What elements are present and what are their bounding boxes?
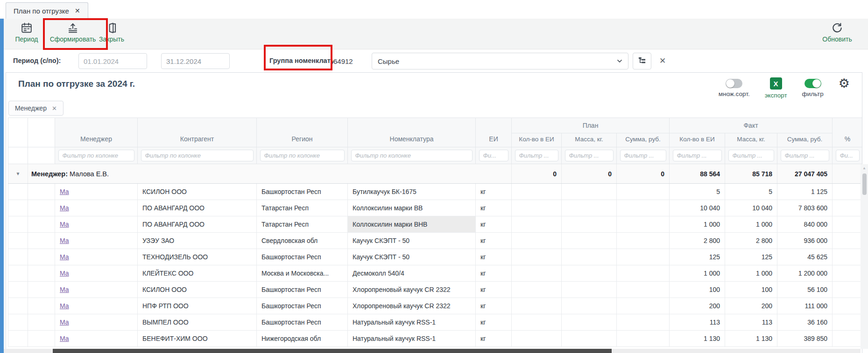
manager-link[interactable]: Ма <box>60 302 69 310</box>
refresh-button[interactable]: Обновить <box>819 22 855 43</box>
generate-button[interactable]: Сформировать <box>49 22 97 43</box>
cell-percent <box>833 216 862 233</box>
clear-selection-icon[interactable]: ✕ <box>659 56 666 66</box>
manager-link[interactable]: Ма <box>60 270 69 277</box>
column-header-fact-sum[interactable]: Сумма, руб. <box>777 133 833 147</box>
column-header-percent[interactable]: % <box>833 118 862 147</box>
cell-plan-sum <box>617 233 670 249</box>
cell-fact-mass: 100 <box>725 282 777 298</box>
settings-gear-icon[interactable]: ⚙ <box>839 78 850 89</box>
table-row[interactable]: Ма УЗЭУ ЗАО Свердловская обл Каучук СКЭП… <box>8 233 863 249</box>
table-row[interactable]: Ма КЛЕЙТЕКС ООО Москва и Московска... Де… <box>8 265 863 282</box>
column-header-plan-sum[interactable]: Сумма, руб. <box>617 133 670 147</box>
cell-plan-sum <box>617 314 670 331</box>
group-row-manager[interactable]: ▼ Менеджер: Малова Е.В. 0 0 0 88 564 85 … <box>8 164 863 184</box>
table-row[interactable]: Ма КСИЛОН ООО Башкортостан Респ Бутилкау… <box>8 184 863 200</box>
cell-plan-sum <box>617 249 670 265</box>
filter-input-plan-sum[interactable] <box>620 150 666 161</box>
tree-view-button[interactable] <box>633 53 651 69</box>
nomenclature-group-select[interactable]: Сырье <box>372 53 628 69</box>
filter-input-manager[interactable] <box>58 150 134 161</box>
tab-close-icon[interactable]: ✕ <box>75 7 80 14</box>
filter-input-contragent[interactable] <box>141 150 254 161</box>
cell-fact-sum: 389 850 <box>777 331 833 347</box>
table-row[interactable]: Ма БЕНЕФИТ-ХИМ ООО Нижегородская обл Нат… <box>8 331 863 347</box>
calendar-icon <box>21 22 33 34</box>
refresh-icon <box>831 22 843 34</box>
refresh-button-label: Обновить <box>822 35 852 43</box>
tab-title: План по отгрузке <box>14 7 69 15</box>
multisort-toggle[interactable] <box>726 79 742 88</box>
table-row[interactable]: Ма ПО АВАНГАРД ООО Татарстан Респ Коллок… <box>8 216 863 233</box>
filter-input-unit[interactable] <box>479 150 508 161</box>
manager-link[interactable]: Ма <box>60 204 69 212</box>
column-header-region[interactable]: Регион <box>257 118 348 147</box>
filter-input-fact-mass[interactable] <box>728 150 774 161</box>
manager-link[interactable]: Ма <box>60 286 69 293</box>
cell-plan-qty <box>512 282 562 298</box>
manager-link[interactable]: Ма <box>60 188 69 195</box>
table-row[interactable]: Ма НПФ РТП ООО Башкортостан Респ Хлоропр… <box>8 298 863 314</box>
filter-input-region[interactable] <box>260 150 345 161</box>
group-plan-sum: 0 <box>617 164 670 184</box>
column-header-unit[interactable]: ЕИ <box>476 118 512 147</box>
horizontal-scrollbar-thumb[interactable] <box>53 349 612 353</box>
nomenclature-group-code-input[interactable] <box>333 53 368 69</box>
filter-input-plan-mass[interactable] <box>565 150 614 161</box>
filter-toggle[interactable] <box>804 79 821 88</box>
period-button[interactable]: Период <box>11 22 42 43</box>
excel-export-icon[interactable]: X <box>770 77 782 90</box>
date-to-input[interactable] <box>161 53 230 69</box>
cell-fact-sum: 840 000 <box>777 216 833 233</box>
filter-input-plan-qty[interactable] <box>515 150 558 161</box>
column-header-contragent[interactable]: Контрагент <box>138 118 257 147</box>
group-chip-close-icon[interactable]: ✕ <box>52 105 57 112</box>
filter-input-fact-qty[interactable] <box>673 150 722 161</box>
cell-unit: кг <box>476 200 512 216</box>
vertical-scrollbar-thumb[interactable] <box>862 173 867 195</box>
group-chip-manager[interactable]: Менеджер ✕ <box>8 101 64 116</box>
column-header-fact-qty[interactable]: Кол-во в ЕИ <box>670 133 725 147</box>
cell-nomenclature: Натуральный каучук RSS-1 <box>348 331 476 347</box>
cell-plan-mass <box>562 282 617 298</box>
cell-unit: кг <box>476 249 512 265</box>
cell-unit: кг <box>476 216 512 233</box>
column-header-nomenclature[interactable]: Номенклатура <box>348 118 476 147</box>
cell-unit: кг <box>476 331 512 347</box>
manager-link[interactable]: Ма <box>60 221 69 228</box>
tab-plan-po-otgruzke[interactable]: План по отгрузке ✕ <box>6 2 88 19</box>
filter-label: фильтр <box>802 90 824 97</box>
cell-nomenclature: Каучук СКЭПТ - 50 <box>348 233 476 249</box>
group-fact-qty: 88 564 <box>670 164 725 184</box>
manager-link[interactable]: Ма <box>60 237 69 244</box>
manager-link[interactable]: Ма <box>60 335 69 342</box>
cell-plan-mass <box>562 314 617 331</box>
horizontal-scrollbar[interactable] <box>4 349 861 353</box>
cell-plan-mass <box>562 184 617 200</box>
scroll-up-arrow-icon[interactable]: ▲ <box>861 164 868 170</box>
cell-percent <box>833 298 862 314</box>
period-button-label: Период <box>15 35 38 43</box>
table-row[interactable]: Ма КСИЛОН ООО Башкортостан Респ Хлоропре… <box>8 282 863 298</box>
close-button[interactable]: Закрыть <box>97 22 126 43</box>
collapse-arrow-icon[interactable]: ▼ <box>8 171 28 176</box>
filter-input-fact-sum[interactable] <box>781 150 829 161</box>
cell-plan-qty <box>512 216 562 233</box>
table-row[interactable]: Ма ТЕХНОДИЗЕЛЬ ООО Башкортостан Респ Кау… <box>8 249 863 265</box>
column-header-plan-mass[interactable]: Масса, кг. <box>562 133 617 147</box>
filter-input-nomenclature[interactable] <box>351 150 473 161</box>
vertical-scrollbar[interactable]: ▲ <box>861 164 868 349</box>
date-from-input[interactable] <box>78 53 147 69</box>
manager-link[interactable]: Ма <box>60 318 69 326</box>
column-header-fact-mass[interactable]: Масса, кг. <box>725 133 777 147</box>
filter-input-percent[interactable] <box>836 150 860 161</box>
period-range-label: Период (с/по): <box>13 57 61 64</box>
column-header-manager[interactable]: Менеджер <box>55 118 138 147</box>
cell-nomenclature: Хлоропреновый каучук CR 2322 <box>348 298 476 314</box>
column-header-plan-qty[interactable]: Кол-во в ЕИ <box>512 133 562 147</box>
group-fact-mass: 85 718 <box>725 164 777 184</box>
table-row[interactable]: Ма ВЫМПЕЛ ООО Башкортостан Респ Натураль… <box>8 314 863 331</box>
cell-contragent: УЗЭУ ЗАО <box>138 233 257 249</box>
table-row[interactable]: Ма ПО АВАНГАРД ООО Татарстан Респ Коллок… <box>8 200 863 216</box>
manager-link[interactable]: Ма <box>60 253 69 261</box>
